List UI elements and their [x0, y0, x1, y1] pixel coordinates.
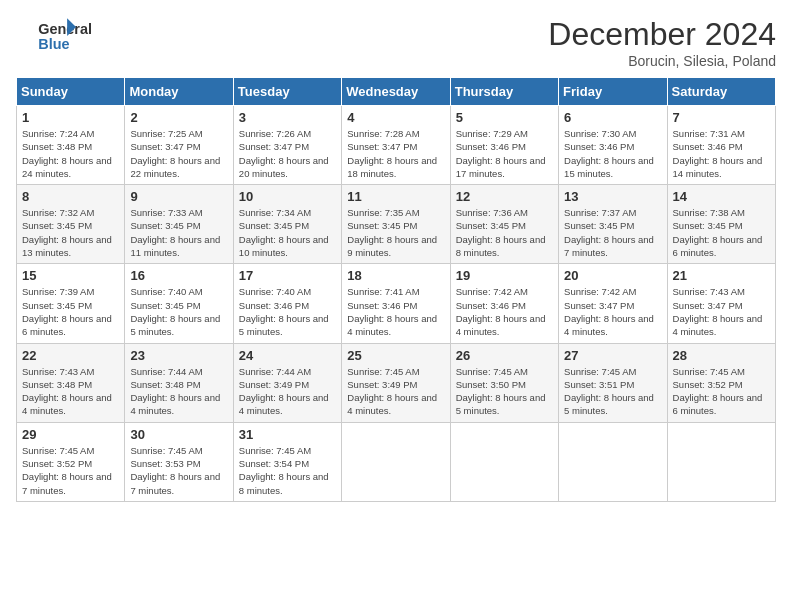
day-cell-5: 5 Sunrise: 7:29 AM Sunset: 3:46 PM Dayli…	[450, 106, 558, 185]
day-number: 14	[673, 189, 770, 204]
day-number: 25	[347, 348, 444, 363]
day-cell-18: 18 Sunrise: 7:41 AM Sunset: 3:46 PM Dayl…	[342, 264, 450, 343]
day-number: 7	[673, 110, 770, 125]
day-number: 8	[22, 189, 119, 204]
svg-text:Blue: Blue	[38, 36, 69, 52]
month-title: December 2024	[548, 16, 776, 53]
day-info: Sunrise: 7:33 AM Sunset: 3:45 PM Dayligh…	[130, 206, 227, 259]
header-monday: Monday	[125, 78, 233, 106]
day-number: 24	[239, 348, 336, 363]
calendar-table: Sunday Monday Tuesday Wednesday Thursday…	[16, 77, 776, 502]
day-cell-9: 9 Sunrise: 7:33 AM Sunset: 3:45 PM Dayli…	[125, 185, 233, 264]
day-info: Sunrise: 7:30 AM Sunset: 3:46 PM Dayligh…	[564, 127, 661, 180]
day-cell-23: 23 Sunrise: 7:44 AM Sunset: 3:48 PM Dayl…	[125, 343, 233, 422]
svg-text:General: General	[38, 21, 92, 37]
day-number: 3	[239, 110, 336, 125]
day-info: Sunrise: 7:28 AM Sunset: 3:47 PM Dayligh…	[347, 127, 444, 180]
day-info: Sunrise: 7:40 AM Sunset: 3:45 PM Dayligh…	[130, 285, 227, 338]
day-cell-26: 26 Sunrise: 7:45 AM Sunset: 3:50 PM Dayl…	[450, 343, 558, 422]
calendar-week-4: 22 Sunrise: 7:43 AM Sunset: 3:48 PM Dayl…	[17, 343, 776, 422]
day-number: 21	[673, 268, 770, 283]
day-cell-13: 13 Sunrise: 7:37 AM Sunset: 3:45 PM Dayl…	[559, 185, 667, 264]
day-number: 20	[564, 268, 661, 283]
day-number: 18	[347, 268, 444, 283]
header-sunday: Sunday	[17, 78, 125, 106]
day-info: Sunrise: 7:43 AM Sunset: 3:47 PM Dayligh…	[673, 285, 770, 338]
day-cell-22: 22 Sunrise: 7:43 AM Sunset: 3:48 PM Dayl…	[17, 343, 125, 422]
day-number: 5	[456, 110, 553, 125]
day-cell-15: 15 Sunrise: 7:39 AM Sunset: 3:45 PM Dayl…	[17, 264, 125, 343]
day-cell-17: 17 Sunrise: 7:40 AM Sunset: 3:46 PM Dayl…	[233, 264, 341, 343]
day-cell-27: 27 Sunrise: 7:45 AM Sunset: 3:51 PM Dayl…	[559, 343, 667, 422]
calendar-week-1: 1 Sunrise: 7:24 AM Sunset: 3:48 PM Dayli…	[17, 106, 776, 185]
day-number: 27	[564, 348, 661, 363]
day-info: Sunrise: 7:45 AM Sunset: 3:49 PM Dayligh…	[347, 365, 444, 418]
header-wednesday: Wednesday	[342, 78, 450, 106]
day-number: 12	[456, 189, 553, 204]
day-info: Sunrise: 7:39 AM Sunset: 3:45 PM Dayligh…	[22, 285, 119, 338]
day-cell-14: 14 Sunrise: 7:38 AM Sunset: 3:45 PM Dayl…	[667, 185, 775, 264]
day-cell-8: 8 Sunrise: 7:32 AM Sunset: 3:45 PM Dayli…	[17, 185, 125, 264]
day-number: 31	[239, 427, 336, 442]
day-number: 11	[347, 189, 444, 204]
day-info: Sunrise: 7:36 AM Sunset: 3:45 PM Dayligh…	[456, 206, 553, 259]
logo: General Blue	[16, 16, 96, 56]
day-info: Sunrise: 7:45 AM Sunset: 3:54 PM Dayligh…	[239, 444, 336, 497]
calendar-week-2: 8 Sunrise: 7:32 AM Sunset: 3:45 PM Dayli…	[17, 185, 776, 264]
day-number: 9	[130, 189, 227, 204]
day-info: Sunrise: 7:32 AM Sunset: 3:45 PM Dayligh…	[22, 206, 119, 259]
day-cell-25: 25 Sunrise: 7:45 AM Sunset: 3:49 PM Dayl…	[342, 343, 450, 422]
day-info: Sunrise: 7:45 AM Sunset: 3:52 PM Dayligh…	[22, 444, 119, 497]
day-cell-2: 2 Sunrise: 7:25 AM Sunset: 3:47 PM Dayli…	[125, 106, 233, 185]
header-friday: Friday	[559, 78, 667, 106]
day-number: 10	[239, 189, 336, 204]
day-cell-29: 29 Sunrise: 7:45 AM Sunset: 3:52 PM Dayl…	[17, 422, 125, 501]
day-info: Sunrise: 7:26 AM Sunset: 3:47 PM Dayligh…	[239, 127, 336, 180]
header-saturday: Saturday	[667, 78, 775, 106]
day-number: 23	[130, 348, 227, 363]
header-thursday: Thursday	[450, 78, 558, 106]
day-info: Sunrise: 7:45 AM Sunset: 3:50 PM Dayligh…	[456, 365, 553, 418]
day-number: 15	[22, 268, 119, 283]
day-info: Sunrise: 7:37 AM Sunset: 3:45 PM Dayligh…	[564, 206, 661, 259]
day-cell-1: 1 Sunrise: 7:24 AM Sunset: 3:48 PM Dayli…	[17, 106, 125, 185]
calendar-week-3: 15 Sunrise: 7:39 AM Sunset: 3:45 PM Dayl…	[17, 264, 776, 343]
calendar-week-5: 29 Sunrise: 7:45 AM Sunset: 3:52 PM Dayl…	[17, 422, 776, 501]
day-info: Sunrise: 7:43 AM Sunset: 3:48 PM Dayligh…	[22, 365, 119, 418]
day-cell-28: 28 Sunrise: 7:45 AM Sunset: 3:52 PM Dayl…	[667, 343, 775, 422]
day-cell-3: 3 Sunrise: 7:26 AM Sunset: 3:47 PM Dayli…	[233, 106, 341, 185]
day-info: Sunrise: 7:45 AM Sunset: 3:52 PM Dayligh…	[673, 365, 770, 418]
day-info: Sunrise: 7:44 AM Sunset: 3:49 PM Dayligh…	[239, 365, 336, 418]
day-number: 17	[239, 268, 336, 283]
day-cell-21: 21 Sunrise: 7:43 AM Sunset: 3:47 PM Dayl…	[667, 264, 775, 343]
day-number: 4	[347, 110, 444, 125]
day-number: 19	[456, 268, 553, 283]
day-info: Sunrise: 7:25 AM Sunset: 3:47 PM Dayligh…	[130, 127, 227, 180]
day-number: 22	[22, 348, 119, 363]
day-info: Sunrise: 7:41 AM Sunset: 3:46 PM Dayligh…	[347, 285, 444, 338]
day-cell-4: 4 Sunrise: 7:28 AM Sunset: 3:47 PM Dayli…	[342, 106, 450, 185]
day-cell-10: 10 Sunrise: 7:34 AM Sunset: 3:45 PM Dayl…	[233, 185, 341, 264]
day-cell-31: 31 Sunrise: 7:45 AM Sunset: 3:54 PM Dayl…	[233, 422, 341, 501]
day-info: Sunrise: 7:44 AM Sunset: 3:48 PM Dayligh…	[130, 365, 227, 418]
day-info: Sunrise: 7:45 AM Sunset: 3:53 PM Dayligh…	[130, 444, 227, 497]
empty-cell	[342, 422, 450, 501]
weekday-header-row: Sunday Monday Tuesday Wednesday Thursday…	[17, 78, 776, 106]
day-cell-19: 19 Sunrise: 7:42 AM Sunset: 3:46 PM Dayl…	[450, 264, 558, 343]
day-info: Sunrise: 7:45 AM Sunset: 3:51 PM Dayligh…	[564, 365, 661, 418]
day-info: Sunrise: 7:38 AM Sunset: 3:45 PM Dayligh…	[673, 206, 770, 259]
day-info: Sunrise: 7:34 AM Sunset: 3:45 PM Dayligh…	[239, 206, 336, 259]
day-info: Sunrise: 7:42 AM Sunset: 3:47 PM Dayligh…	[564, 285, 661, 338]
header-tuesday: Tuesday	[233, 78, 341, 106]
day-info: Sunrise: 7:24 AM Sunset: 3:48 PM Dayligh…	[22, 127, 119, 180]
day-number: 6	[564, 110, 661, 125]
day-number: 30	[130, 427, 227, 442]
title-block: December 2024 Borucin, Silesia, Poland	[548, 16, 776, 69]
day-info: Sunrise: 7:31 AM Sunset: 3:46 PM Dayligh…	[673, 127, 770, 180]
day-number: 28	[673, 348, 770, 363]
day-info: Sunrise: 7:29 AM Sunset: 3:46 PM Dayligh…	[456, 127, 553, 180]
empty-cell	[667, 422, 775, 501]
day-cell-16: 16 Sunrise: 7:40 AM Sunset: 3:45 PM Dayl…	[125, 264, 233, 343]
empty-cell	[450, 422, 558, 501]
day-number: 16	[130, 268, 227, 283]
